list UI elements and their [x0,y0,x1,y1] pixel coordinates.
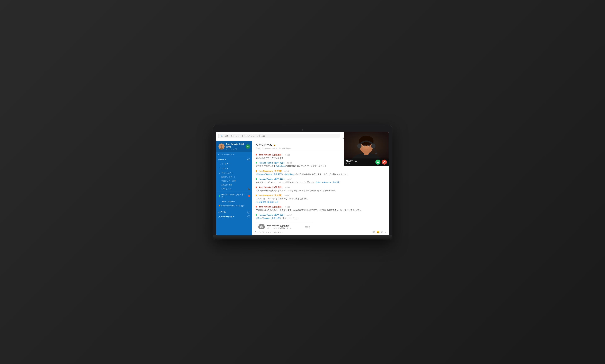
signals-section-header: シグナル + [216,210,252,214]
laptop-frame: 🔍 @ @メンション [213,125,392,239]
status-dot-online [219,195,220,197]
video-person-svg [344,141,389,159]
hashtag: #silverloop [285,173,294,175]
svg-rect-25 [378,161,378,162]
apps-label: アプリケーション [218,215,234,218]
emoji-icon[interactable]: 😊 [377,231,380,234]
status-indicator [256,162,257,164]
end-call-icon [383,161,386,163]
contact-hanako[interactable]: Hanako Tanaka（田中 花子） 1 [216,193,252,200]
svg-point-23 [371,143,375,148]
msg-sender: Taro Yamada（山田 太郎） [259,206,283,208]
meeting-time: 32分前 [305,226,310,228]
sidebar-divider-2 [216,209,252,209]
search-box[interactable]: 🔍 [218,134,340,138]
eyeball-icon[interactable]: 👁 [373,231,375,234]
webcam [302,129,303,131]
mention: @Taro Yamada（山田 太郎） [256,217,282,219]
sidebar-item-abc[interactable]: ABC銀行 新着 [216,183,252,187]
hashtag: #silverloop [276,165,285,167]
expand-icon[interactable]: ^ [255,231,256,233]
mute-button[interactable] [375,160,381,165]
status-indicator [256,170,257,172]
msg-sender: Ken Nakamura（中村 健） [259,170,283,172]
meeting-card-icon [258,224,265,229]
status-indicator [256,154,257,156]
sidebar-item-pm[interactable]: プロジェクト管理 [216,179,252,183]
msg-time: 38分前 [287,178,292,181]
message-group-3: Ken Nakamura（中村 健） 39分前 @Hanako Tanaka（田… [256,170,385,176]
sidebar: Taro Yamada（山田 太郎） ミーティング中 + ≡ フィルターリスト … [216,141,252,235]
cancel-icon[interactable]: ⊘ [381,231,383,234]
chat-add-icon[interactable]: + [248,158,250,161]
call-room-name: APACチーム [346,160,357,162]
chat-section-label: チャット [218,158,226,161]
msg-time: 41分前 [285,154,290,156]
msg-sender: Hanako Tanaka（田中 花子） [259,214,286,216]
filter-bar[interactable]: ≡ フィルターリスト [216,152,252,157]
mention: @Ken Nakamura（中村 健） [316,181,341,183]
msg-sender: Hanako Tanaka（田中 花子） [259,162,286,164]
svg-point-8 [221,145,223,147]
status-indicator [256,187,257,188]
chat-room-name: APACチーム [256,143,272,147]
apps-section-header: アプリケーション + [216,214,252,219]
sidebar-sub-label: プロジェクト管理 [221,180,236,182]
contact-name: Hanako Tanaka（田中 花子） [221,193,247,199]
msg-body: @Hanako Tanaka（田中 花子） #silverloopの件は午後の会… [256,173,385,176]
signals-label: シグナル [218,211,226,213]
sidebar-item-project[interactable]: ∨ プロジェクト [216,171,252,175]
laptop-screen: 🔍 @ @メンション [216,132,389,235]
search-input[interactable] [224,135,338,137]
chevron-right-icon: › [219,163,220,165]
new-badge: 新着 [229,184,232,186]
status-indicator [256,214,257,216]
sidebar-divider [216,192,252,192]
sidebar-sub-label: 顧客アップデート [221,176,236,178]
sidebar-item-label: リサーチ [221,167,228,170]
contact-ken[interactable]: Ken Nakamura（中村 健） [216,204,252,208]
signals-add-icon[interactable]: + [248,211,250,214]
apps-add-icon[interactable]: + [248,215,250,218]
call-room-info: APACチーム 01:36 [346,160,357,164]
msg-time: 39分前 [284,170,289,172]
user-name: Taro Yamada（山田 太郎） [226,143,244,148]
end-call-button[interactable] [382,160,387,165]
sidebar-item-customer[interactable]: 顧客アップデート [216,175,252,179]
contact-julian[interactable]: Julian Chandler [216,200,252,204]
video-call-overlay: APACチーム 01:36 [344,141,389,166]
send-icon[interactable]: ♪ [384,231,386,234]
status-indicator [256,195,257,196]
sidebar-item-partner[interactable]: › パートナー [216,162,252,166]
msg-sender: Taro Yamada（山田 太郎） [259,186,283,189]
user-avatar [218,143,224,150]
user-profile: Taro Yamada（山田 太郎） ミーティング中 + [216,141,252,152]
msg-body: どなたか最新の提案資料を送っていただけませんか？ちょっと確認したいことがあるので… [256,189,385,192]
message-input[interactable] [257,231,371,233]
meeting-card: Taro Yamada（山田 太郎） がミーティングを開始しました。 32分前 [256,222,313,229]
call-timer: 01:36 [346,162,357,164]
laptop-base [213,235,392,239]
status-indicator [256,178,257,180]
user-info: Taro Yamada（山田 太郎） ミーティング中 [226,143,244,150]
status-dot-away [219,205,220,206]
msg-body: ありがとうございます。いくつか質問をさせていただくと思います @Ken Naka… [256,181,385,184]
msg-time: 34分前 [285,206,290,208]
main-layout: Taro Yamada（山田 太郎） ミーティング中 + ≡ フィルターリスト … [216,141,389,235]
meeting-card-text: Taro Yamada（山田 太郎） がミーティングを開始しました。 [267,224,303,229]
sidebar-item-apac[interactable]: APACチーム 📞 [216,187,252,191]
meeting-desc: がミーティングを開始しました。 [267,227,303,229]
sidebar-sub-label: APACチーム [221,188,232,190]
msg-time: 38分前 [285,186,290,189]
add-button[interactable]: + [246,144,250,149]
msg-time: 34分前 [284,195,289,197]
sidebar-item-research[interactable]: › リサーチ [216,166,252,171]
svg-point-22 [357,143,361,148]
message-group-8: Hanako Tanaka（田中 花子） 33分前 @Taro Yamada（山… [256,214,385,220]
lock-icon: 🔒 [273,144,276,146]
chevron-down-icon: ∨ [219,172,220,174]
message-group-4: Hanako Tanaka（田中 花子） 38分前 ありがとうございます。いくつ… [256,178,385,184]
meeting-sender: Taro Yamada（山田 太郎） [267,224,303,227]
svg-point-24 [375,153,377,154]
user-status: ミーティング中 [226,148,244,150]
